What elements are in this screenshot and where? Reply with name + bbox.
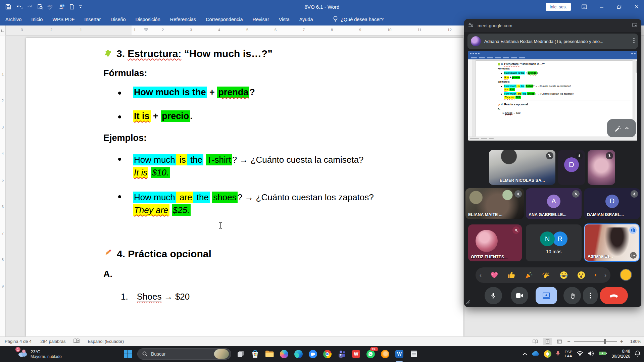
text-segment: shoes: [212, 192, 237, 203]
word-icon[interactable]: W: [394, 349, 404, 359]
ribbon-display-options-icon[interactable]: [577, 0, 592, 13]
resize-handle-icon[interactable]: [465, 300, 470, 306]
tab-selector[interactable]: [0, 25, 6, 36]
pip-expand-icon[interactable]: [632, 23, 637, 28]
participant-tile-elmer[interactable]: ELMER NICOLAS SA...: [489, 150, 555, 185]
browser-icon[interactable]: [380, 349, 390, 359]
ribbon-tab[interactable]: Disposición: [136, 17, 160, 22]
ribbon-tab[interactable]: WPS PDF: [52, 17, 75, 22]
sign-in-button[interactable]: Inic. ses.: [546, 3, 571, 11]
microphone-button[interactable]: [485, 287, 502, 304]
language-indicator[interactable]: Español (Ecuador): [88, 339, 124, 344]
meet-header[interactable]: meet.google.com: [464, 19, 641, 32]
zoom-in-button[interactable]: +: [620, 339, 623, 345]
read-mode-icon[interactable]: [531, 338, 540, 345]
ribbon-tab[interactable]: Insertar: [84, 17, 101, 22]
copilot-icon[interactable]: [279, 349, 289, 359]
participant-tile-ana[interactable]: A ANA GABRIELLE...: [526, 188, 582, 219]
antivirus-icon[interactable]: [544, 350, 551, 358]
ribbon-tab[interactable]: Diseño: [110, 17, 126, 22]
participant-tile-eliana[interactable]: ELIANA MAITE ...: [465, 188, 524, 219]
battery-icon[interactable]: [598, 351, 607, 357]
customize-toolbar-icon[interactable]: [79, 4, 82, 9]
more-participants-tile[interactable]: N R 10 más: [526, 224, 582, 261]
document-page[interactable]: 3. Estructura: “How much is…?” Fórmulas:…: [26, 38, 463, 337]
task-view-icon[interactable]: [236, 349, 246, 359]
notepad-icon[interactable]: [409, 349, 419, 359]
zoom-slider[interactable]: [574, 341, 617, 342]
share-check-icon[interactable]: [58, 4, 65, 10]
microphone-tray-icon[interactable]: [556, 350, 560, 358]
ribbon-tab[interactable]: Revisar: [253, 17, 269, 22]
raise-hand-button[interactable]: [563, 287, 581, 304]
page-indicator[interactable]: Página 4 de 4: [5, 339, 32, 344]
whatsapp-icon[interactable]: 99+: [365, 349, 376, 359]
clapping-hands-reaction[interactable]: [542, 270, 551, 280]
minimize-button[interactable]: [594, 0, 609, 13]
present-screen-button[interactable]: [536, 287, 557, 304]
thumbs-up-reaction[interactable]: [507, 270, 516, 280]
participant-tile-damian[interactable]: D DAMIAN ISRAEL...: [584, 188, 640, 219]
start-button[interactable]: [123, 349, 133, 359]
ribbon-tab[interactable]: Ayuda: [299, 17, 313, 22]
new-document-icon[interactable]: [69, 4, 75, 10]
tray-chevron-icon[interactable]: [523, 351, 527, 357]
zoom-icon[interactable]: [308, 349, 318, 359]
sparkling-heart-reaction[interactable]: [490, 270, 499, 280]
edge-icon[interactable]: [293, 349, 303, 359]
file-explorer-icon[interactable]: [264, 349, 275, 359]
zoom-percentage[interactable]: 180%: [627, 339, 641, 344]
language-switcher[interactable]: ESP LAA: [564, 350, 572, 358]
presenter-bar[interactable]: Adriana Estefania Rodas Medranda (Tú, pr…: [467, 34, 638, 49]
more-options-icon[interactable]: [633, 38, 635, 45]
participant-tile-d[interactable]: D: [558, 150, 585, 185]
skin-tone-selector[interactable]: [620, 269, 632, 281]
web-layout-icon[interactable]: [555, 338, 564, 345]
participant-tile-ortiz[interactable]: ORTIZ FUENTES...: [468, 224, 522, 261]
print-layout-icon[interactable]: [543, 338, 552, 345]
participant-tile-unnamed[interactable]: [588, 150, 615, 185]
tune-icon[interactable]: [468, 23, 474, 29]
picture-in-picture-icon[interactable]: [630, 252, 637, 259]
volume-icon[interactable]: [588, 351, 594, 358]
word-count[interactable]: 284 palabras: [40, 339, 65, 344]
partial-reaction[interactable]: [594, 270, 596, 280]
tell-me-box[interactable]: ¿Qué desea hacer?: [341, 17, 384, 22]
end-call-button[interactable]: [600, 287, 628, 304]
wifi-icon[interactable]: [577, 351, 583, 357]
close-button[interactable]: [629, 0, 644, 13]
microsoft-store-icon[interactable]: [250, 349, 260, 359]
astonished-reaction[interactable]: [577, 270, 586, 280]
onedrive-icon[interactable]: [532, 351, 540, 357]
restore-button[interactable]: [612, 0, 627, 13]
notifications-bell-icon[interactable]: [635, 350, 641, 358]
tears-of-joy-reaction[interactable]: [559, 270, 568, 280]
redo-icon[interactable]: [27, 4, 33, 9]
indent-marker[interactable]: [144, 27, 148, 33]
ribbon-tab[interactable]: Inicio: [31, 17, 43, 22]
print-preview-icon[interactable]: [37, 4, 43, 10]
teams-icon[interactable]: T: [337, 349, 347, 359]
save-icon[interactable]: [5, 4, 11, 10]
camera-button[interactable]: [511, 287, 528, 304]
reactions-next-icon[interactable]: ›: [604, 272, 606, 279]
ribbon-tab[interactable]: Vista: [279, 17, 290, 22]
visual-effects-button[interactable]: [607, 119, 636, 137]
weather-widget[interactable]: 1 23°C Mayorm. nublado: [17, 349, 62, 359]
ribbon-tab[interactable]: Referencias: [170, 17, 196, 22]
more-options-button[interactable]: [583, 287, 598, 304]
reactions-prev-icon[interactable]: ‹: [480, 272, 482, 279]
clock[interactable]: 8:48 30/3/2026: [611, 349, 630, 359]
self-view-tile[interactable]: Adriana Es...: [584, 224, 639, 261]
party-popper-reaction[interactable]: [524, 270, 534, 280]
text-segment: precio: [161, 110, 190, 122]
zoom-out-button[interactable]: −: [567, 339, 570, 345]
undo-icon[interactable]: [15, 4, 23, 9]
chrome-icon[interactable]: [322, 349, 332, 359]
proofing-icon[interactable]: [73, 339, 80, 345]
spell-check-icon[interactable]: ABC: [47, 4, 54, 10]
search-box[interactable]: Buscar: [137, 348, 231, 360]
ribbon-tab[interactable]: Archivo: [5, 17, 21, 22]
wps-office-icon[interactable]: W: [351, 349, 361, 359]
ribbon-tab[interactable]: Correspondencia: [206, 17, 243, 22]
